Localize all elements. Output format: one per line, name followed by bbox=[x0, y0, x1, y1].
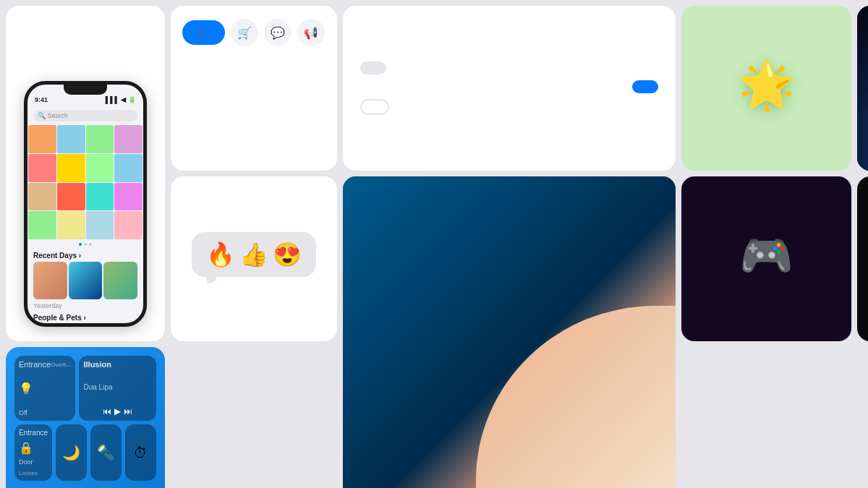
ios-card bbox=[343, 176, 676, 488]
person-icon: 👤 bbox=[195, 27, 208, 38]
state-of-mind-card: 🌟 bbox=[681, 6, 851, 171]
control-center-card: Entrance Overh... 💡 Off Illusion Dua Lip… bbox=[6, 347, 165, 488]
photos-card: 9:41 ▌▌▌ ◀ 🔋 🔍 Search bbox=[6, 6, 165, 341]
gamepad-icon: 🎮 bbox=[739, 230, 793, 281]
mail-promo-button[interactable]: 📢 bbox=[297, 19, 325, 46]
emoji-card: 🔥👍😍 bbox=[171, 176, 337, 341]
reminders-card: 10 bbox=[857, 176, 868, 341]
emoji-bubble: 🔥👍😍 bbox=[192, 232, 316, 277]
satellite-card bbox=[857, 6, 868, 171]
blown-away-bubble bbox=[360, 99, 389, 115]
mail-messages-button[interactable]: 💬 bbox=[264, 19, 292, 46]
mail-primary-button[interactable]: 👤 bbox=[182, 20, 225, 45]
rockstar-bubble bbox=[632, 80, 658, 93]
text-effects-card bbox=[343, 6, 676, 171]
game-mode-card: 🎮 bbox=[681, 176, 851, 341]
phone-mockup: 9:41 ▌▌▌ ◀ 🔋 🔍 Search bbox=[24, 81, 147, 327]
mail-card: 👤 🛒 💬 📢 bbox=[171, 6, 337, 171]
mail-shopping-button[interactable]: 🛒 bbox=[231, 19, 258, 46]
star-icon: 🌟 bbox=[738, 58, 796, 112]
major-news-bubble bbox=[360, 61, 386, 74]
